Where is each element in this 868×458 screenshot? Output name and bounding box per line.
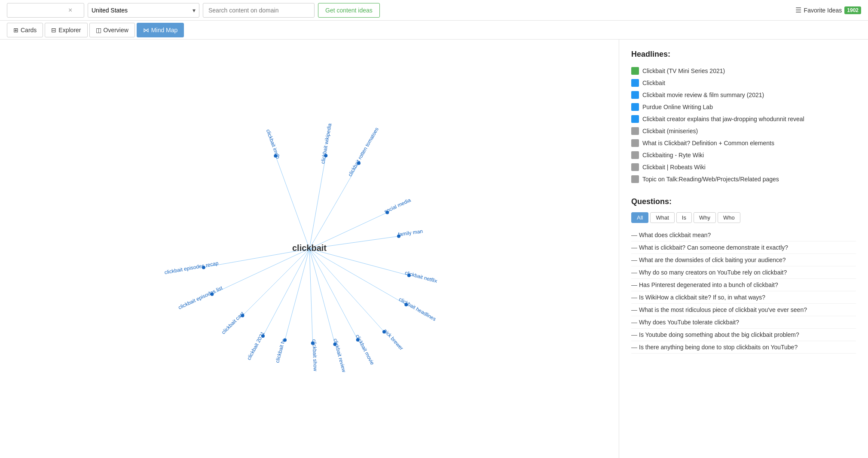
question-text: What is clickbait? Can someone demonstra… — [639, 244, 788, 251]
headlines-title: Headlines: — [631, 50, 856, 59]
headline-item[interactable]: What is Clickbait? Definition + Common e… — [631, 137, 856, 149]
question-dash: — — [631, 232, 637, 238]
question-text: Is there anything being done to stop cli… — [639, 344, 798, 351]
favorite-ideas-label: Favorite Ideas — [804, 7, 842, 14]
question-dash: — — [631, 294, 637, 301]
question-item[interactable]: —Has Pinterest degenerated into a bunch … — [631, 279, 856, 291]
header: clickbait × United States ▾ Get content … — [0, 0, 868, 21]
search-input-container[interactable]: clickbait × — [7, 3, 84, 18]
headline-text: What is Clickbait? Definition + Common e… — [642, 140, 774, 147]
questions-list: —What does clickbait mean?—What is click… — [631, 229, 856, 354]
svg-line-39 — [212, 249, 309, 294]
svg-text:clickbait cast: clickbait cast — [220, 310, 245, 335]
headline-text: Clickbaiting - Ryte Wiki — [642, 152, 704, 159]
question-item[interactable]: —Is Youtube doing something about the bi… — [631, 329, 856, 341]
source-icon — [631, 79, 639, 87]
main-content: clickbait wikipediaclickbait rotten toma… — [0, 40, 868, 458]
svg-text:clickbait rotten tomatoes: clickbait rotten tomatoes — [347, 126, 380, 177]
question-item[interactable]: —Why does YouTube tolerate clickbait? — [631, 316, 856, 329]
question-item[interactable]: —Is there anything being done to stop cl… — [631, 341, 856, 354]
tab-cards-label: Cards — [21, 27, 37, 34]
question-text: Has Pinterest degenerated into a bunch o… — [639, 281, 778, 288]
question-dash: — — [631, 269, 637, 276]
headline-text: Clickbait (miniseries) — [642, 128, 698, 134]
svg-text:clickbait imdb: clickbait imdb — [265, 128, 281, 160]
headline-item[interactable]: Clickbait movie review & film summary (2… — [631, 89, 856, 101]
question-text: What does clickbait mean? — [639, 232, 711, 238]
question-item[interactable]: —What does clickbait mean? — [631, 229, 856, 241]
question-item[interactable]: —What are the downsides of click baiting… — [631, 254, 856, 266]
headline-item[interactable]: Clickbait (miniseries) — [631, 125, 856, 137]
question-dash: — — [631, 344, 637, 351]
question-item[interactable]: —What is the most ridiculous piece of cl… — [631, 304, 856, 316]
svg-text:clickbait review: clickbait review — [332, 338, 347, 373]
svg-line-33 — [263, 249, 309, 336]
tab-mindmap-label: Mind Map — [151, 27, 177, 34]
question-dash: — — [631, 281, 637, 288]
headline-text: Clickbait creator explains that jaw-drop… — [642, 116, 804, 122]
headline-item[interactable]: Purdue Online Writing Lab — [631, 101, 856, 113]
headline-text: Clickbait | Robeats Wiki — [642, 164, 706, 171]
svg-text:clickbait tv: clickbait tv — [274, 339, 286, 363]
favorite-ideas-button[interactable]: ☰ Favorite Ideas 1902 — [795, 6, 861, 14]
grid-icon: ⊞ — [13, 27, 18, 34]
question-filter-button[interactable]: All — [631, 212, 648, 223]
headline-item[interactable]: Topic on Talk:Reading/Web/Projects/Relat… — [631, 173, 856, 185]
svg-text:family man: family man — [397, 228, 423, 238]
question-filter-button[interactable]: Is — [676, 212, 692, 223]
tab-cards[interactable]: ⊞ Cards — [7, 23, 43, 37]
network-icon: ⋈ — [143, 27, 149, 34]
svg-text:clickbait wikipedia: clickbait wikipedia — [320, 123, 333, 165]
svg-line-15 — [309, 249, 406, 305]
svg-text:clickbait: clickbait — [292, 243, 327, 253]
tab-explorer[interactable]: ⊟ Explorer — [45, 23, 87, 37]
source-icon — [631, 115, 639, 123]
source-icon — [631, 67, 639, 75]
question-dash: — — [631, 319, 637, 326]
headline-item[interactable]: Clickbait creator explains that jaw-drop… — [631, 113, 856, 125]
question-item[interactable]: —Why do so many creators on YouTube rely… — [631, 266, 856, 279]
svg-text:clickbait show: clickbait show — [311, 339, 318, 371]
source-icon — [631, 91, 639, 99]
right-panel: Headlines: Clickbait (TV Mini Series 202… — [619, 40, 868, 458]
tab-mindmap[interactable]: ⋈ Mind Map — [137, 23, 184, 37]
get-ideas-button[interactable]: Get content ideas — [318, 3, 380, 18]
svg-line-12 — [309, 249, 409, 275]
domain-search-input[interactable] — [203, 3, 315, 18]
tab-explorer-label: Explorer — [58, 27, 81, 34]
svg-text:clickbait episodes list: clickbait episodes list — [177, 285, 224, 311]
favorite-ideas-badge: 1902 — [844, 6, 861, 14]
svg-line-45 — [275, 156, 309, 249]
headline-text: Clickbait movie review & film summary (2… — [642, 92, 764, 98]
svg-text:clickbait headlines: clickbait headlines — [398, 296, 437, 322]
tab-overview-label: Overview — [104, 27, 128, 34]
source-icon — [631, 151, 639, 159]
question-item[interactable]: —What is clickbait? Can someone demonstr… — [631, 241, 856, 254]
question-item[interactable]: —Is WikiHow a clickbait site? If so, in … — [631, 291, 856, 304]
question-dash: — — [631, 244, 637, 251]
question-filter-button[interactable]: Who — [718, 212, 740, 223]
svg-text:clickbait movie: clickbait movie — [355, 333, 376, 366]
question-filter-button[interactable]: What — [650, 212, 674, 223]
svg-text:clickbait episodes recap: clickbait episodes recap — [164, 260, 219, 275]
country-dropdown[interactable]: United States — [92, 7, 196, 14]
question-text: What is the most ridiculous piece of cli… — [639, 306, 807, 313]
mindmap-area[interactable]: clickbait wikipediaclickbait rotten toma… — [0, 40, 619, 458]
questions-title: Questions: — [631, 197, 856, 206]
question-text: Why does YouTube tolerate clickbait? — [639, 319, 739, 326]
tab-overview[interactable]: ◫ Overview — [89, 23, 135, 37]
question-filter-button[interactable]: Why — [694, 212, 716, 223]
question-dash: — — [631, 331, 637, 338]
country-select[interactable]: United States ▾ — [88, 3, 199, 18]
headline-item[interactable]: Clickbait (TV Mini Series 2021) — [631, 65, 856, 77]
source-icon — [631, 127, 639, 135]
table-icon: ⊟ — [51, 27, 56, 34]
mindmap-svg: clickbait wikipediaclickbait rotten toma… — [0, 40, 619, 458]
headline-item[interactable]: Clickbaiting - Ryte Wiki — [631, 149, 856, 161]
headline-item[interactable]: Clickbait — [631, 77, 856, 89]
clear-icon[interactable]: × — [68, 6, 72, 14]
keyword-input[interactable]: clickbait — [11, 7, 67, 14]
tabs-bar: ⊞ Cards ⊟ Explorer ◫ Overview ⋈ Mind Map — [0, 21, 868, 40]
source-icon — [631, 139, 639, 147]
headline-item[interactable]: Clickbait | Robeats Wiki — [631, 161, 856, 173]
